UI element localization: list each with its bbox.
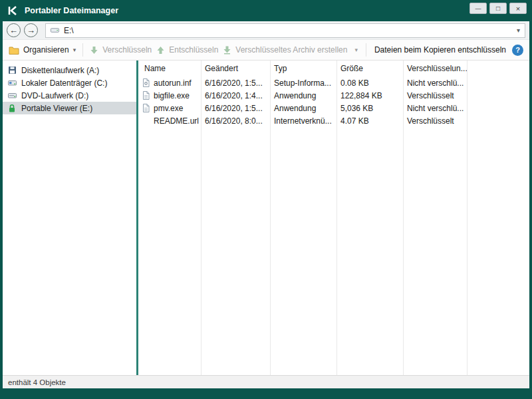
sidebar-item-drive-d[interactable]: DVD-Laufwerk (D:) [3, 89, 136, 102]
file-encryption: Verschlüsselt [403, 116, 467, 126]
decrypt-arrow-up-icon [156, 46, 165, 55]
sidebar-item-label: Portable Viewer (E:) [21, 104, 92, 113]
window-controls: — □ × [469, 3, 527, 14]
toolbar-separator [366, 43, 366, 57]
app-window: Portabler Dateimanager — □ × ← → E:\ ▾ [0, 0, 532, 399]
file-name: pmv.exe [154, 104, 183, 113]
decrypt-button[interactable]: Entschlüsseln [156, 45, 218, 55]
hard-drive-icon [8, 78, 17, 87]
address-dropdown-icon[interactable]: ▾ [517, 27, 520, 34]
column-divider[interactable] [201, 61, 201, 375]
file-size: 4.07 KB [336, 116, 403, 126]
minimize-button[interactable]: — [469, 3, 487, 14]
dvd-drive-icon [8, 91, 17, 100]
setup-file-icon [142, 78, 150, 87]
decrypt-on-copy-label: Dateien beim Kopieren entschlüsseln [374, 45, 506, 55]
organize-caret-icon: ▾ [73, 47, 76, 53]
navigation-bar: ← → E:\ ▾ [3, 21, 529, 40]
column-header-encryption[interactable]: Verschlüsselun... [403, 64, 467, 73]
sidebar-item-label: Diskettenlaufwerk (A:) [21, 66, 99, 75]
file-name: autorun.inf [154, 78, 192, 88]
drive-icon [51, 26, 59, 35]
file-type: Anwendung [270, 104, 336, 113]
title-bar: Portabler Dateimanager — □ × [0, 0, 532, 21]
help-icon[interactable]: ? [512, 45, 523, 56]
encrypt-button[interactable]: Verschlüsseln [90, 45, 152, 55]
application-file-icon [142, 91, 150, 100]
file-type: Anwendung [270, 91, 336, 100]
url-file-icon [142, 116, 150, 125]
kaspersky-logo-icon [7, 5, 19, 17]
client-area: ← → E:\ ▾ Orga [3, 21, 529, 388]
address-bar[interactable]: E:\ ▾ [45, 23, 525, 38]
more-actions-caret-icon[interactable]: ▾ [354, 47, 358, 53]
back-button[interactable]: ← [7, 23, 21, 37]
column-header-modified[interactable]: Geändert [201, 64, 270, 73]
encrypt-arrow-down-icon [90, 46, 98, 55]
file-modified: 6/16/2020, 1:5... [201, 104, 270, 113]
archive-arrow-down-icon [223, 46, 231, 55]
forward-button[interactable]: → [24, 23, 38, 37]
file-size: 122,884 KB [336, 91, 403, 100]
file-size: 0.08 KB [336, 78, 403, 88]
sidebar-item-drive-c[interactable]: Lokaler Datenträger (C:) [3, 76, 136, 89]
file-modified: 6/16/2020, 1:4... [201, 91, 270, 100]
sidebar-item-drive-e[interactable]: Portable Viewer (E:) [3, 102, 136, 114]
table-row[interactable]: bigfile.exe 6/16/2020, 1:4... Anwendung … [138, 89, 529, 102]
lock-icon [8, 104, 17, 112]
column-header-type[interactable]: Typ [270, 64, 336, 73]
column-headers: ˆ Name Geändert Typ Größe Verschlüsselun… [138, 61, 529, 76]
table-row[interactable]: autorun.inf 6/16/2020, 1:5... Setup-Info… [138, 76, 529, 89]
toolbar-separator [82, 43, 83, 57]
drive-tree: Diskettenlaufwerk (A:) Lokaler Datenträg… [3, 61, 136, 375]
toolbar: Organisieren ▾ Verschlüsseln Entsch [3, 40, 529, 61]
folder-icon [9, 46, 19, 55]
file-modified: 6/16/2020, 8:0... [201, 116, 270, 126]
sidebar-item-drive-a[interactable]: Diskettenlaufwerk (A:) [3, 64, 136, 76]
file-encryption: Nicht verschlü... [403, 78, 467, 88]
status-bar: enthält 4 Objekte [3, 375, 529, 388]
column-divider[interactable] [270, 61, 271, 375]
file-encryption: Verschlüsselt [403, 91, 467, 100]
maximize-button[interactable]: □ [489, 3, 507, 14]
file-name: bigfile.exe [154, 91, 190, 100]
content-area: Diskettenlaufwerk (A:) Lokaler Datenträg… [3, 61, 529, 375]
create-encrypted-archive-button[interactable]: Verschlüsseltes Archiv erstellen [223, 45, 347, 55]
file-name: README.url [154, 116, 199, 126]
close-button[interactable]: × [509, 3, 527, 14]
file-type: Internetverknü... [270, 116, 336, 126]
sidebar-item-label: DVD-Laufwerk (D:) [21, 91, 88, 100]
decrypt-on-copy-option[interactable]: Dateien beim Kopieren entschlüsseln ? [364, 43, 523, 57]
column-divider[interactable] [336, 61, 337, 375]
column-header-size[interactable]: Größe [336, 64, 403, 73]
address-text: E:\ [64, 26, 74, 35]
floppy-drive-icon [8, 66, 17, 74]
application-file-icon [142, 104, 150, 112]
file-encryption: Nicht verschlü... [403, 104, 467, 113]
file-list: ˆ Name Geändert Typ Größe Verschlüsselun… [138, 61, 529, 375]
sidebar-item-label: Lokaler Datenträger (C:) [21, 78, 107, 88]
table-row[interactable]: pmv.exe 6/16/2020, 1:5... Anwendung 5,03… [138, 102, 529, 114]
organize-button[interactable]: Organisieren ▾ [9, 45, 76, 55]
column-divider[interactable] [467, 61, 467, 375]
column-divider[interactable] [403, 61, 404, 375]
file-size: 5,036 KB [336, 104, 403, 113]
status-text: enthält 4 Objekte [8, 378, 66, 386]
file-type: Setup-Informa... [270, 78, 336, 88]
window-title: Portabler Dateimanager [25, 6, 469, 15]
table-row[interactable]: README.url 6/16/2020, 8:0... Internetver… [138, 114, 529, 127]
file-modified: 6/16/2020, 1:5... [201, 78, 270, 88]
sort-ascending-icon: ˆ [168, 61, 170, 66]
